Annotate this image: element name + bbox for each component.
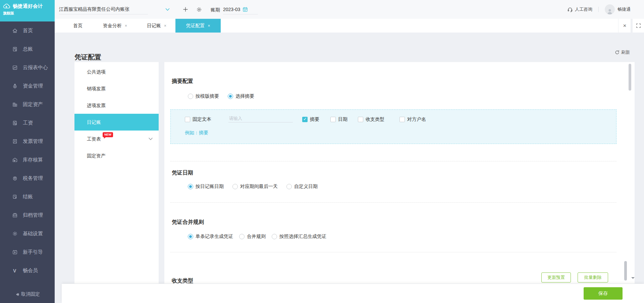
inventory-icon: [12, 157, 18, 163]
sidebar-item-archive[interactable]: 归档管理: [0, 206, 55, 224]
footer-bar: 保存: [62, 284, 644, 303]
submenu-item-journal[interactable]: 日记账: [74, 114, 159, 131]
update-preset-button[interactable]: 更新预置: [541, 272, 571, 283]
brand-title: 畅捷通好会计: [13, 3, 43, 9]
closing-icon: [12, 194, 18, 200]
sidebar-item-settings[interactable]: 基础设置: [0, 224, 55, 243]
radio-icon[interactable]: [272, 234, 277, 239]
sidebar-item-tax[interactable]: 税务管理: [0, 169, 55, 188]
user-icon: [606, 8, 613, 14]
period-picker[interactable]: 2023-03: [223, 5, 258, 14]
scrollbar-thumb[interactable]: [629, 64, 631, 91]
sidebar-item-invoice[interactable]: 发票管理: [0, 132, 55, 151]
tab-close-icon[interactable]: ×: [125, 23, 127, 28]
sidebar-menu: 首页 总账 云报表中心 资金管理 固定资产 工资 发票管理 库存核算: [0, 21, 55, 280]
radio-merge-rule[interactable]: 合并规则: [239, 234, 266, 240]
salary-icon: [12, 120, 18, 126]
summary-radio-group: 按模版摘要 选择摘要: [188, 93, 254, 99]
submenu-item-fixed-assets[interactable]: 固定资产: [74, 147, 159, 164]
home-icon: [12, 28, 18, 34]
fixed-text-input[interactable]: [228, 114, 293, 122]
sidebar-unpin-button[interactable]: 取消固定: [0, 289, 55, 300]
checkbox-icon[interactable]: [185, 117, 190, 122]
live-support-button[interactable]: 人工咨询: [567, 6, 592, 12]
add-account-icon[interactable]: [183, 7, 188, 12]
gear-icon[interactable]: [196, 7, 202, 12]
refresh-icon: [615, 50, 620, 55]
company-selector[interactable]: 江西服宝精品有限责任公司内账张: [59, 5, 148, 14]
radio-icon[interactable]: [286, 184, 292, 189]
close-all-tabs-button[interactable]: ×: [618, 19, 631, 33]
settings-gear-icon: [12, 231, 18, 237]
scrollbar-thumb[interactable]: [624, 261, 627, 281]
tab-close-icon[interactable]: ×: [208, 23, 210, 28]
tab-journal[interactable]: 日记账×: [147, 19, 166, 33]
section-title-merge-rule: 凭证合并规则: [172, 219, 204, 226]
submenu-item-salary-sheet[interactable]: 工资表 NEW: [74, 131, 159, 147]
username[interactable]: 畅捷通: [618, 6, 631, 12]
chevron-down-icon[interactable]: [149, 138, 153, 140]
sidebar-item-home[interactable]: 首页: [0, 21, 55, 40]
submenu-item-common-options[interactable]: 公共选项: [74, 63, 159, 80]
radio-single-record[interactable]: 单条记录生成凭证: [188, 234, 233, 240]
radio-icon-checked[interactable]: [228, 94, 233, 99]
submenu-item-sales-invoice[interactable]: 销项发票: [74, 80, 159, 97]
checkbox-income-expense-type[interactable]: 收支类型: [358, 116, 384, 122]
radio-summarize-by-selection[interactable]: 按照选择汇总生成凭证: [272, 234, 326, 240]
sidebar-item-funds[interactable]: 资金管理: [0, 77, 55, 95]
topbar: 江西服宝精品有限责任公司内账张 账期 2023-03 人工咨询 畅捷通: [55, 0, 644, 19]
radio-period-last-day[interactable]: 对应期间最后一天: [232, 184, 278, 190]
submenu-item-purchase-invoice[interactable]: 进项发票: [74, 97, 159, 114]
guide-icon: [12, 249, 18, 255]
new-badge: NEW: [103, 132, 113, 137]
batch-delete-button[interactable]: 批量删除: [578, 272, 608, 283]
refresh-button[interactable]: 刷新: [615, 49, 630, 55]
tab-voucher-config[interactable]: 凭证配置×: [175, 19, 221, 33]
tab-bar: 首页 资金分析× 日记账× 凭证配置× ×: [55, 19, 644, 33]
radio-icon-checked[interactable]: [188, 184, 193, 189]
sidebar-item-general-ledger[interactable]: 总账: [0, 40, 55, 58]
section-title-voucher-date: 凭证日期: [172, 169, 193, 176]
fixed-assets-icon: [12, 102, 18, 107]
sidebar: 畅捷通好会计 旗舰版 首页 总账 云报表中心 资金管理 固定资产 工资: [0, 0, 55, 303]
tab-close-icon[interactable]: ×: [164, 23, 166, 28]
radio-icon[interactable]: [232, 184, 238, 189]
checkbox-icon[interactable]: [330, 117, 336, 122]
checkbox-fixed-text[interactable]: 固定文本: [185, 116, 211, 122]
archive-icon: [12, 212, 18, 218]
section-title-summary: 摘要配置: [172, 78, 193, 85]
sidebar-item-closing[interactable]: 结账: [0, 188, 55, 206]
sidebar-item-cloud-reports[interactable]: 云报表中心: [0, 58, 55, 77]
checkbox-date[interactable]: 日期: [330, 116, 347, 122]
radio-icon[interactable]: [239, 234, 245, 239]
sidebar-item-inventory[interactable]: 库存核算: [0, 151, 55, 169]
scrollbar-down-arrow[interactable]: [631, 277, 635, 281]
checkbox-counterparty-name[interactable]: 对方户名: [399, 116, 426, 122]
checkbox-icon[interactable]: [399, 117, 405, 122]
member-v-icon: V: [12, 268, 18, 273]
sidebar-item-member[interactable]: V 畅会员: [0, 261, 55, 280]
invoice-icon: [12, 139, 18, 144]
radio-select-summary[interactable]: 选择摘要: [228, 93, 254, 99]
radio-icon[interactable]: [188, 94, 193, 99]
sidebar-item-guide[interactable]: 新手引导: [0, 243, 55, 261]
radio-journal-date[interactable]: 按日记账日期: [188, 184, 224, 190]
funds-icon: [12, 83, 18, 89]
checkbox-icon[interactable]: [358, 117, 363, 122]
sidebar-item-fixed-assets[interactable]: 固定资产: [0, 95, 55, 114]
radio-template-summary[interactable]: 按模版摘要: [188, 93, 219, 99]
chevron-down-icon[interactable]: [165, 8, 170, 11]
save-button[interactable]: 保存: [584, 287, 623, 300]
checkbox-summary[interactable]: 摘要: [302, 116, 319, 122]
radio-icon-checked[interactable]: [188, 234, 193, 239]
fullscreen-button[interactable]: [633, 19, 644, 33]
avatar[interactable]: [605, 4, 615, 14]
period-value: 2023-03: [223, 7, 240, 12]
tab-home[interactable]: 首页: [73, 19, 83, 33]
cloud-report-icon: [12, 65, 18, 70]
sidebar-item-salary[interactable]: 工资: [0, 114, 55, 132]
radio-custom-date[interactable]: 自定义日期: [286, 184, 318, 190]
tax-icon: [12, 175, 18, 181]
tab-funds-analysis[interactable]: 资金分析×: [103, 19, 127, 33]
checkbox-icon-checked[interactable]: [302, 117, 308, 122]
